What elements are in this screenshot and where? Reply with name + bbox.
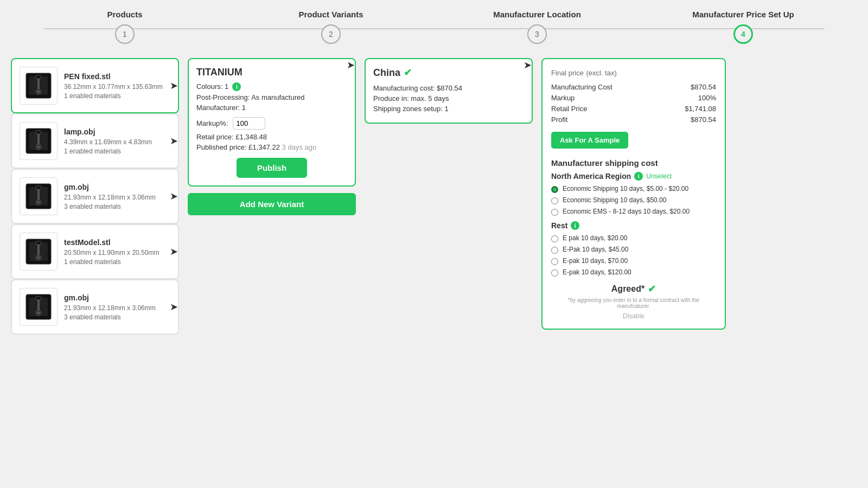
price-row-2: Retail Price$1,741.08 [551, 105, 716, 113]
product-thumb-4 [20, 288, 58, 326]
location-card[interactable]: ➤ China ✔ Manufacturing cost: $870.54 Pr… [365, 58, 533, 124]
step-3-circle: 3 [527, 24, 547, 44]
rest-label-0: E pak 10 days, $20.00 [563, 234, 627, 242]
product-name-4: gm.obj [64, 293, 170, 302]
step-4: Manufacturer Price Set Up 4 [640, 10, 846, 44]
rest-option-3[interactable]: E-pak 10 days, $120.00 [551, 268, 716, 277]
product-thumb-3 [20, 233, 58, 271]
product-materials-3: 1 enabled materials [64, 258, 170, 266]
agreed-check-icon: ✔ [648, 283, 656, 295]
variant-colours: Colours: 1 i [196, 82, 347, 91]
rest-label-2: E-pak 10 days, $70.00 [563, 257, 628, 265]
na-label-2: Economic EMS - 8-12 days 10 days, $20.00 [563, 208, 690, 215]
rest-radio-0[interactable] [551, 235, 558, 242]
product-arrow-icon-1: ➤ [170, 135, 178, 147]
price-row-label-0: Manufacturing Cost [551, 83, 612, 91]
location-title: China ✔ [373, 67, 524, 79]
product-dims-3: 20.50mm x 11.90mm x 20.50mm [64, 249, 170, 256]
rest-radio-2[interactable] [551, 258, 558, 265]
markup-input[interactable] [233, 117, 265, 130]
product-name-0: PEN fixed.stl [64, 72, 170, 81]
product-dims-2: 21.93mm x 12.18mm x 3.06mm [64, 194, 170, 201]
final-price-title: Final price (excl. tax) [551, 68, 716, 78]
unselect-link[interactable]: Unselect [646, 172, 672, 180]
price-column: Final price (excl. tax) Manufacturing Co… [541, 58, 726, 330]
na-radio-0[interactable] [551, 186, 558, 193]
rest-radio-3[interactable] [551, 269, 558, 277]
retail-price: Retail price: £1,348.48 [196, 133, 347, 141]
shipping-title: Manufacturer shipping cost [551, 158, 716, 168]
publish-button[interactable]: Publish [237, 158, 307, 178]
step-2-label: Product Variants [298, 10, 363, 19]
variant-arrow-icon: ➤ [347, 59, 355, 71]
na-label-0: Economic Shipping 10 days, $5.00 - $20.0… [563, 185, 688, 192]
rest-option-1[interactable]: E-Pak 10 days, $45.00 [551, 246, 716, 254]
product-dims-0: 36.12mm x 10.77mm x 135.63mm [64, 83, 170, 91]
na-radio-1[interactable] [551, 197, 558, 204]
na-option-1[interactable]: Economic Shipping 10 days, $50.00 [551, 196, 716, 204]
rest-radio-1[interactable] [551, 247, 558, 254]
ask-sample-button[interactable]: Ask For A Sample [551, 132, 628, 149]
svg-rect-8 [36, 131, 41, 134]
product-card-0[interactable]: PEN fixed.stl 36.12mm x 10.77mm x 135.63… [11, 58, 179, 113]
na-option-0[interactable]: Economic Shipping 10 days, $5.00 - $20.0… [551, 185, 716, 193]
step-3-label: Manufacturer Location [493, 10, 581, 19]
step-2: Product Variants 2 [228, 10, 434, 44]
product-arrow-icon-0: ➤ [170, 80, 178, 92]
product-card-4[interactable]: gm.obj 21.93mm x 12.18mm x 3.06mm 3 enab… [11, 279, 179, 335]
product-card-2[interactable]: gm.obj 21.93mm x 12.18mm x 3.06mm 3 enab… [11, 169, 179, 224]
variant-card[interactable]: ➤ TITANIUM Colours: 1 i Post-Processing:… [188, 58, 356, 187]
step-1-label: Products [107, 10, 142, 19]
rest-section: Rest i E pak 10 days, $20.00E-Pak 10 day… [551, 221, 716, 277]
product-card-3[interactable]: testModel.stl 20.50mm x 11.90mm x 20.50m… [11, 224, 179, 279]
price-row-0: Manufacturing Cost$870.54 [551, 83, 716, 91]
rest-option-2[interactable]: E-pak 10 days, $70.00 [551, 257, 716, 265]
price-row-value-2: $1,741.08 [685, 105, 716, 113]
product-name-1: lamp.obj [64, 127, 170, 136]
step-4-label: Manufacturer Price Set Up [692, 10, 794, 19]
markup-row: Markup%: [196, 117, 347, 130]
rest-label-3: E-pak 10 days, $120.00 [563, 268, 631, 276]
product-arrow-icon-3: ➤ [170, 246, 178, 258]
na-radio-2[interactable] [551, 209, 558, 216]
product-arrow-icon-2: ➤ [170, 190, 178, 202]
main-content: PEN fixed.stl 36.12mm x 10.77mm x 135.63… [0, 49, 868, 343]
product-materials-2: 3 enabled materials [64, 203, 170, 210]
product-materials-0: 1 enabled materials [64, 92, 170, 100]
rest-label-1: E-Pak 10 days, $45.00 [563, 246, 628, 253]
step-3: Manufacturer Location 3 [434, 10, 640, 44]
svg-point-5 [37, 91, 40, 93]
product-thumb-2 [20, 177, 58, 215]
price-row-label-1: Markup [551, 94, 575, 102]
svg-point-23 [37, 256, 40, 259]
product-info-0: PEN fixed.stl 36.12mm x 10.77mm x 135.63… [64, 72, 170, 100]
product-materials-4: 3 enabled materials [64, 313, 170, 321]
location-check-icon: ✔ [404, 67, 412, 79]
product-info-2: gm.obj 21.93mm x 12.18mm x 3.06mm 3 enab… [64, 183, 170, 210]
svg-point-29 [37, 312, 40, 314]
shipping-zones: Shipping zones setup: 1 [373, 105, 524, 113]
add-variant-button[interactable]: Add New Variant [188, 193, 356, 215]
product-thumb-0 [20, 67, 58, 105]
rest-info-icon: i [571, 221, 579, 230]
colours-info-icon: i [232, 82, 241, 91]
product-info-4: gm.obj 21.93mm x 12.18mm x 3.06mm 3 enab… [64, 293, 170, 321]
rest-option-0[interactable]: E pak 10 days, $20.00 [551, 234, 716, 242]
product-dims-1: 4.39mm x 11.69mm x 4.83mm [64, 138, 170, 146]
svg-rect-20 [36, 241, 41, 245]
step-1: Products 1 [22, 10, 228, 44]
agreed-text: Agreed* [611, 284, 644, 294]
product-card-1[interactable]: lamp.obj 4.39mm x 11.69mm x 4.83mm 1 ena… [11, 113, 179, 169]
product-info-3: testModel.stl 20.50mm x 11.90mm x 20.50m… [64, 238, 170, 266]
product-name-3: testModel.stl [64, 238, 170, 247]
price-row-1: Markup100% [551, 94, 716, 102]
step-1-circle: 1 [115, 24, 135, 44]
disable-link[interactable]: Disable [551, 312, 716, 320]
products-column: PEN fixed.stl 36.12mm x 10.77mm x 135.63… [11, 58, 179, 335]
price-row-value-0: $870.54 [691, 83, 716, 91]
product-name-2: gm.obj [64, 183, 170, 191]
markup-label: Markup%: [196, 119, 228, 127]
na-option-2[interactable]: Economic EMS - 8-12 days 10 days, $20.00 [551, 208, 716, 216]
variants-column: ➤ TITANIUM Colours: 1 i Post-Processing:… [188, 58, 356, 215]
variant-title: TITANIUM [196, 67, 347, 78]
